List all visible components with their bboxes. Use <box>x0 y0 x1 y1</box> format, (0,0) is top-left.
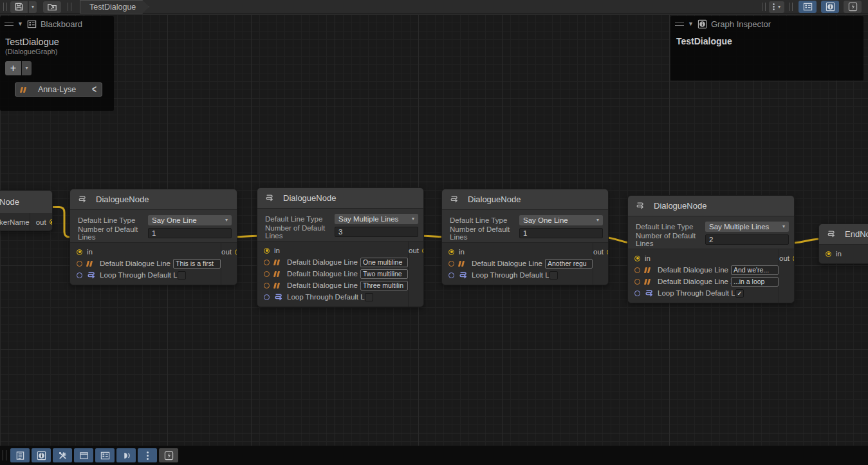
toolbar-grip[interactable] <box>3 450 6 460</box>
out-port[interactable] <box>50 219 53 225</box>
field-label: Default Line Type <box>78 216 148 224</box>
in-port[interactable] <box>264 248 270 254</box>
line-type-dropdown[interactable]: Say One Line ▾ <box>519 215 603 225</box>
preview-button[interactable] <box>116 448 136 462</box>
inspector-header[interactable]: ▼ Graph Inspector <box>670 16 863 32</box>
graph-canvas[interactable]: Node kerName out DialogueNode Default Li… <box>0 14 868 465</box>
chevron-left-icon[interactable]: < <box>92 84 97 95</box>
dialogue-line-input[interactable]: And we're... <box>731 265 779 275</box>
output-ports: out <box>408 242 424 307</box>
collapse-icon[interactable]: ▼ <box>17 21 23 27</box>
loop-checkbox[interactable] <box>549 271 558 280</box>
inspector-toggle-button[interactable] <box>32 448 51 462</box>
out-port[interactable] <box>235 249 237 255</box>
dialogue-line-port[interactable] <box>264 271 270 277</box>
input-ports: in Default Dialogue Line This is a first… <box>70 243 221 285</box>
line-type-dropdown[interactable]: Say Multiple Lines ▾ <box>705 222 789 232</box>
line-type-dropdown[interactable]: Say One Line ▾ <box>148 215 232 225</box>
port-label: Loop Through Default Lines? <box>472 271 549 279</box>
dialogue-line-port[interactable] <box>634 267 640 273</box>
input-ports: in <box>819 244 868 263</box>
number-of-lines-input[interactable]: 2 <box>705 234 789 245</box>
port-label: Default Dialogue Line 1 <box>287 258 360 266</box>
in-port[interactable] <box>634 256 640 261</box>
blackboard-icon <box>100 451 110 460</box>
start-node[interactable]: Node kerName out <box>0 190 53 231</box>
toolbar-grip[interactable] <box>789 3 793 11</box>
in-port[interactable] <box>77 249 82 255</box>
loop-port[interactable] <box>77 272 82 278</box>
dialogue-line-input[interactable]: One multiline <box>360 258 408 267</box>
graph-type: (DialogueGraph) <box>0 47 114 55</box>
number-of-lines-input[interactable]: 1 <box>519 228 603 238</box>
window-button[interactable] <box>74 448 93 462</box>
console-button[interactable] <box>10 448 30 462</box>
dialogue-node-2[interactable]: DialogueNode Default Line Type Say Multi… <box>257 187 424 307</box>
toolbar-grip[interactable] <box>68 3 71 11</box>
toggle-blackboard-button[interactable] <box>799 1 817 13</box>
dialogue-line-port[interactable] <box>634 279 640 285</box>
dialogue-line-port[interactable] <box>77 261 82 267</box>
dialogue-node-3[interactable]: DialogueNode Default Line Type Say One L… <box>441 189 609 285</box>
field-label: Number of Default Lines <box>78 225 148 241</box>
out-port[interactable] <box>793 256 795 261</box>
dialogue-line-input[interactable]: ...in a loop <box>731 277 779 287</box>
loop-port[interactable] <box>634 290 640 296</box>
drag-handle-icon[interactable] <box>5 23 14 26</box>
dialogue-line-port[interactable] <box>448 261 454 267</box>
blackboard-header[interactable]: ▼ Blackboard <box>0 16 114 32</box>
toggle-inspector-button[interactable] <box>821 1 839 13</box>
chevron-down-icon: ▾ <box>778 5 780 10</box>
blackboard-toggle-button[interactable] <box>95 448 115 462</box>
open-asset-button[interactable] <box>43 1 61 13</box>
dialogue-line-input[interactable]: Two multiline <box>360 269 408 279</box>
overflow-menu-button[interactable]: ▾ <box>769 1 784 13</box>
spark-button[interactable] <box>159 448 178 462</box>
node-title-bar: DialogueNode <box>442 189 608 209</box>
dialogue-line-input[interactable]: Another regu <box>545 259 593 269</box>
end-node[interactable]: EndNode in <box>818 223 868 264</box>
loop-port[interactable] <box>448 272 454 278</box>
out-port[interactable] <box>607 249 609 255</box>
tab-testdialogue[interactable]: TestDialogue <box>80 0 149 14</box>
tools-icon <box>58 451 68 460</box>
loop-checkbox[interactable] <box>178 271 186 280</box>
port-label: kerName <box>0 218 30 226</box>
document-lines-icon <box>15 451 25 460</box>
loop-port[interactable] <box>264 294 270 300</box>
quote-icon <box>645 267 653 273</box>
port-label: Default Dialogue Line <box>100 260 173 267</box>
overflow-menu-button[interactable] <box>138 448 157 462</box>
line-type-dropdown[interactable]: Say Multiple Lines ▾ <box>335 214 418 224</box>
dialogue-line-input[interactable]: This is a first <box>173 259 221 269</box>
bottom-toolbar <box>0 446 868 465</box>
out-port-label: out <box>779 254 790 262</box>
dialogue-line-port[interactable] <box>264 260 270 265</box>
toolbar-grip[interactable] <box>3 3 7 11</box>
quote-icon <box>459 261 467 267</box>
in-port[interactable] <box>448 249 454 255</box>
number-of-lines-input[interactable]: 1 <box>148 228 232 238</box>
save-button[interactable] <box>10 1 28 13</box>
node-fields: Default Line Type Say One Line ▾ Number … <box>70 209 237 243</box>
dialogue-line-input[interactable]: Three multilin <box>360 281 408 290</box>
number-of-lines-input[interactable]: 3 <box>335 227 418 237</box>
add-variable-button[interactable]: + <box>5 61 21 75</box>
variable-row-anna-lyse[interactable]: Anna-Lyse < <box>15 82 102 97</box>
drag-handle-icon[interactable] <box>675 23 684 26</box>
blackboard-icon <box>803 2 813 12</box>
save-options-button[interactable]: ▾ <box>29 1 37 13</box>
toolbar-grip[interactable] <box>762 3 766 11</box>
dialogue-line-port[interactable] <box>264 283 270 289</box>
toggle-preview-button[interactable] <box>844 1 862 13</box>
loop-checkbox[interactable] <box>365 293 373 301</box>
dialogue-node-4[interactable]: DialogueNode Default Line Type Say Multi… <box>627 195 795 303</box>
tools-button[interactable] <box>53 448 72 462</box>
add-variable-options-button[interactable]: ▾ <box>22 61 32 75</box>
loop-icon <box>87 271 96 280</box>
in-port[interactable] <box>826 251 831 257</box>
collapse-icon[interactable]: ▼ <box>688 21 694 27</box>
loop-checkbox[interactable]: ✓ <box>735 289 744 298</box>
dialogue-node-1[interactable]: DialogueNode Default Line Type Say One L… <box>69 189 237 285</box>
out-port[interactable] <box>422 248 424 254</box>
